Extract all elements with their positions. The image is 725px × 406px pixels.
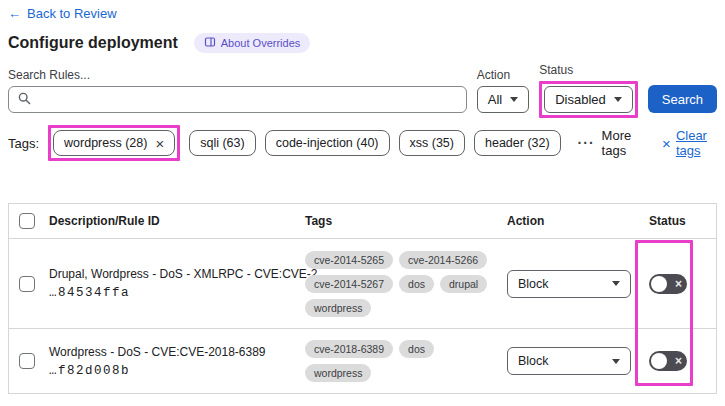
rule-action-cell: Block [497, 239, 637, 328]
chevron-down-icon [612, 281, 620, 286]
action-filter-value: All [488, 92, 502, 107]
about-overrides-badge[interactable]: About Overrides [194, 33, 310, 53]
row-checkbox[interactable] [19, 353, 35, 369]
search-rules-input[interactable] [38, 91, 457, 108]
rule-tags-cell: cve-2018-6389 dos wordpress [297, 329, 497, 393]
rule-tags-cell: cve-2014-5265 cve-2014-5266 cve-2014-526… [297, 239, 497, 328]
search-icon [18, 92, 31, 108]
rule-status-cell: × [637, 239, 716, 328]
tags-bar: Tags: wordpress (28) × sqli (63) code-in… [8, 125, 717, 161]
tag-pill-code-injection[interactable]: code-injection (40) [265, 130, 390, 156]
rule-id: …f82d008b [49, 364, 130, 378]
rule-tag: cve-2018-6389 [305, 340, 393, 358]
tag-pill-label: header (32) [485, 136, 550, 150]
header-action: Action [497, 204, 637, 238]
status-filter-dropdown[interactable]: Disabled [544, 86, 633, 113]
action-select-value: Block [518, 277, 549, 291]
title-row: Configure deployment About Overrides [8, 33, 717, 53]
page-title: Configure deployment [8, 34, 178, 52]
toggle-x-icon: × [675, 278, 682, 290]
toggle-knob [651, 276, 667, 292]
rule-description: Drupal, Wordpress - DoS - XMLRPC - CVE:C… [49, 267, 328, 281]
rule-description: Wordpress - DoS - CVE:CVE-2018-6389 [49, 345, 266, 359]
tag-pill-label: sqli (63) [200, 136, 244, 150]
search-rules-box[interactable] [8, 86, 467, 113]
selected-tag-highlight-annotation: wordpress (28) × [48, 125, 180, 161]
back-arrow-icon: ← [8, 6, 21, 21]
rule-tag: drupal [440, 275, 487, 293]
about-badge-label: About Overrides [221, 37, 300, 49]
rule-tag: cve-2014-5267 [305, 275, 393, 293]
search-button[interactable]: Search [648, 85, 717, 113]
rule-tag: cve-2014-5266 [399, 251, 487, 269]
tag-pill-sqli[interactable]: sqli (63) [189, 130, 255, 156]
rule-tag: dos [399, 275, 434, 293]
status-filter-group: Status Disabled [539, 63, 638, 113]
action-select-value: Block [518, 354, 549, 368]
tag-pill-label: xss (35) [410, 136, 454, 150]
tag-pill-xss[interactable]: xss (35) [399, 130, 465, 156]
status-filter-label: Status [539, 63, 638, 77]
search-rules-group: Search Rules... [8, 68, 467, 113]
rules-table: Description/Rule ID Tags Action Status D… [8, 203, 717, 394]
row-checkbox-cell [9, 329, 45, 393]
rule-description-cell: Wordpress - DoS - CVE:CVE-2018-6389 …f82… [45, 329, 297, 393]
status-filter-highlight-annotation: Disabled [539, 81, 638, 118]
remove-tag-icon[interactable]: × [155, 136, 164, 151]
status-toggle-off[interactable]: × [649, 274, 687, 294]
chevron-down-icon [614, 97, 622, 102]
header-tags: Tags [297, 204, 497, 238]
doc-icon [204, 36, 216, 50]
search-rules-label: Search Rules... [8, 68, 467, 82]
ellipsis-icon: ··· [578, 135, 595, 151]
tag-pill-wordpress-selected[interactable]: wordpress (28) × [53, 130, 175, 156]
action-filter-label: Action [477, 68, 529, 82]
toggle-x-icon: × [675, 355, 682, 367]
rule-tag: wordpress [305, 364, 371, 382]
status-filter-value: Disabled [555, 92, 606, 107]
action-select[interactable]: Block [507, 270, 631, 298]
select-all-checkbox[interactable] [19, 213, 35, 229]
rule-tag: dos [399, 340, 434, 358]
status-toggle-off[interactable]: × [649, 351, 687, 371]
header-description: Description/Rule ID [45, 204, 297, 238]
rule-action-cell: Block [497, 329, 637, 393]
clear-tags-label: Clear tags [676, 128, 717, 158]
action-filter-group: Action All [477, 68, 529, 113]
tag-pill-header[interactable]: header (32) [474, 130, 561, 156]
rule-id: …84534ffa [49, 286, 130, 300]
back-to-review-link[interactable]: ← Back to Review [8, 6, 117, 21]
chevron-down-icon [510, 97, 518, 102]
table-header-row: Description/Rule ID Tags Action Status [9, 204, 716, 239]
rule-status-cell: × [637, 329, 716, 393]
rule-description-cell: Drupal, Wordpress - DoS - XMLRPC - CVE:C… [45, 239, 297, 328]
row-checkbox-cell [9, 239, 45, 328]
tag-pill-label: code-injection (40) [276, 136, 379, 150]
table-row: Drupal, Wordpress - DoS - XMLRPC - CVE:C… [9, 239, 716, 329]
more-tags-button[interactable]: ··· More tags [578, 128, 640, 158]
configure-deployment-page: ← Back to Review Configure deployment Ab… [0, 0, 725, 400]
header-checkbox-cell [9, 204, 45, 238]
action-filter-dropdown[interactable]: All [477, 86, 529, 113]
tags-bar-label: Tags: [8, 136, 39, 151]
row-checkbox[interactable] [19, 276, 35, 292]
chevron-down-icon [612, 359, 620, 364]
toggle-knob [651, 353, 667, 369]
table-row: Wordpress - DoS - CVE:CVE-2018-6389 …f82… [9, 329, 716, 393]
more-tags-label: More tags [602, 128, 640, 158]
clear-tags-button[interactable]: × Clear tags [662, 128, 717, 158]
header-status: Status [637, 204, 716, 238]
rule-tag: cve-2014-5265 [305, 251, 393, 269]
back-link-label: Back to Review [27, 6, 117, 21]
action-select[interactable]: Block [507, 347, 631, 375]
clear-icon: × [662, 136, 671, 151]
rule-tag: wordpress [305, 299, 371, 317]
tag-pill-label: wordpress (28) [64, 136, 147, 150]
filter-bar: Search Rules... Action All Status [8, 63, 717, 113]
